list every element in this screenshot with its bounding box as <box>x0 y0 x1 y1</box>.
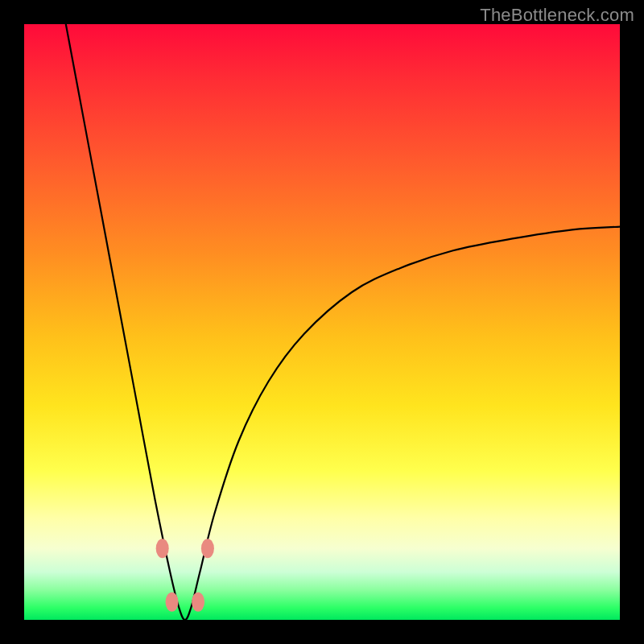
minimum-marker <box>201 539 214 558</box>
minimum-marker <box>166 592 179 612</box>
frame: TheBottleneck.com <box>0 0 644 644</box>
chart-svg <box>24 24 620 620</box>
minimum-marker <box>156 539 169 558</box>
watermark-text: TheBottleneck.com <box>480 5 634 26</box>
bottleneck-curve <box>66 24 620 620</box>
minimum-markers <box>156 539 214 612</box>
chart-plot-area <box>24 24 620 620</box>
minimum-marker <box>192 592 204 612</box>
